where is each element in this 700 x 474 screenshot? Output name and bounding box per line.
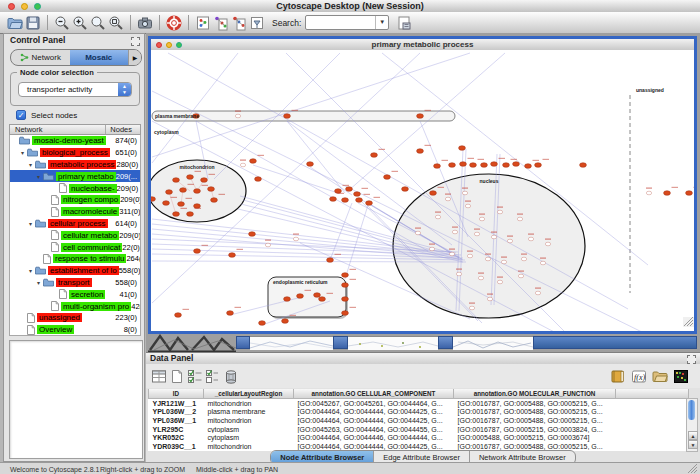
vizmapper-icon[interactable] — [212, 14, 230, 32]
background-window-sliver[interactable] — [250, 336, 333, 350]
graph-node-selected[interactable] — [580, 163, 587, 168]
attribute-browser-settings-icon[interactable] — [395, 14, 413, 32]
open-session-icon[interactable] — [6, 14, 24, 32]
tree-row-response-to-stimulu[interactable]: response to stimulu264(0) — [10, 253, 140, 265]
snapshot-camera-icon[interactable] — [136, 14, 154, 32]
graph-node-plain[interactable] — [507, 239, 512, 243]
graph-node-plain[interactable] — [540, 261, 545, 265]
table-cell[interactable]: [GO:0045263, GO:0044464, GO:0044455, G..… — [294, 425, 454, 434]
graph-node-plain[interactable] — [479, 217, 484, 221]
new-network-icon[interactable] — [194, 14, 212, 32]
graph-node-selected[interactable] — [449, 163, 456, 168]
search-combobox[interactable]: ▼ — [305, 15, 389, 30]
background-window-edge[interactable] — [333, 336, 348, 349]
tree-row-mosaic-demo-yeast[interactable]: mosaic-demo-yeast874(0) — [10, 135, 140, 147]
birds-eye-view[interactable] — [9, 340, 143, 459]
graph-node-selected[interactable] — [178, 202, 185, 207]
search-dropdown-arrow[interactable]: ▼ — [375, 16, 388, 29]
float-panel-icon[interactable] — [687, 355, 696, 364]
table-cell[interactable]: YJR121W__1 — [149, 399, 204, 408]
graph-node-plain[interactable] — [528, 237, 533, 241]
graph-node-selected[interactable] — [434, 164, 441, 169]
graph-node-plain[interactable] — [462, 191, 467, 195]
graph-node-selected[interactable] — [513, 162, 520, 167]
tree-row-nucleobase-[interactable]: nucleobase-209(0) — [10, 182, 140, 194]
graph-node-plain[interactable] — [449, 252, 454, 256]
graph-node-selected[interactable] — [166, 190, 173, 195]
search-input[interactable] — [308, 16, 374, 29]
background-window-graphic[interactable] — [148, 334, 238, 352]
graph-node-selected[interactable] — [229, 253, 236, 258]
tab-mosaic[interactable]: Mosaic — [70, 50, 129, 65]
graph-node-plain[interactable] — [501, 260, 506, 264]
graph-node-selected[interactable] — [201, 178, 208, 183]
graph-node-selected[interactable] — [366, 201, 373, 206]
graph-node-plain[interactable] — [435, 215, 440, 219]
background-window-sliver[interactable] — [348, 336, 438, 350]
graph-node-plain[interactable] — [265, 243, 270, 247]
graph-node-plain[interactable] — [467, 254, 472, 258]
tree-row-cellular-metabo[interactable]: cellular metabo209(0) — [10, 229, 140, 241]
select-nodes-checkbox[interactable]: ✓ — [16, 110, 26, 120]
node-color-dropdown[interactable]: transporter activity ▲▼ — [18, 82, 132, 97]
attribute-editor-book-icon[interactable] — [609, 367, 627, 385]
graph-node-selected[interactable] — [255, 177, 262, 182]
table-cell[interactable]: [GO:0016787, GO:0005215, GO:0003824, G..… — [454, 425, 616, 434]
graph-edge[interactable] — [152, 53, 238, 163]
table-cell[interactable]: [GO:0045267, GO:0045261, GO:0044464, G..… — [294, 399, 454, 408]
column-header[interactable]: ID — [149, 389, 204, 399]
graph-node-selected[interactable] — [284, 297, 291, 302]
annotation-icon[interactable] — [248, 14, 266, 32]
table-cell[interactable]: [GO:0005488, GO:0005215, GO:0003674] — [454, 433, 616, 442]
zoom-in-icon[interactable] — [71, 14, 89, 32]
graph-node-selected[interactable] — [664, 191, 671, 196]
graph-node-selected[interactable] — [314, 293, 321, 298]
graph-node-selected[interactable] — [417, 149, 424, 154]
background-window-edge[interactable] — [438, 336, 453, 349]
table-cell[interactable]: YPL036W__1 — [149, 416, 204, 425]
disclosure-triangle[interactable]: ▾ — [34, 279, 43, 286]
graph-node-selected[interactable] — [686, 191, 693, 196]
formula-builder-icon[interactable]: f(x) — [630, 367, 648, 385]
tree-header-network[interactable]: Network — [10, 125, 43, 134]
disclosure-triangle[interactable]: ▾ — [34, 173, 43, 180]
graph-node-selected[interactable] — [503, 163, 510, 168]
graph-node-selected[interactable] — [307, 162, 314, 167]
graph-node-selected[interactable] — [173, 212, 180, 217]
graph-node-plain[interactable] — [491, 235, 496, 239]
background-window-titlebar[interactable] — [533, 336, 697, 349]
graph-node-selected[interactable] — [384, 175, 391, 180]
tree-row-unassigned[interactable]: unassigned223(0) — [10, 312, 140, 324]
graph-edge[interactable] — [348, 53, 505, 191]
graph-node-plain[interactable] — [456, 272, 461, 276]
window-resize-grip[interactable] — [688, 464, 698, 474]
graph-node-plain[interactable] — [240, 163, 245, 167]
heatmap-icon[interactable] — [672, 367, 690, 385]
table-cell[interactable]: YKR052C — [149, 433, 204, 442]
disclosure-triangle[interactable]: ▾ — [18, 149, 27, 156]
table-cell[interactable]: [GO:0016787, GO:0005488, GO:0005215, G..… — [454, 399, 616, 408]
graph-node-plain[interactable] — [429, 247, 434, 251]
view-resize-grip[interactable] — [683, 313, 694, 331]
attribute-select-icon[interactable] — [150, 367, 168, 385]
disclosure-triangle[interactable]: ▾ — [26, 267, 35, 274]
graph-node-selected[interactable] — [535, 163, 542, 168]
graph-node-selected[interactable] — [327, 258, 334, 263]
tree-row-metabolic-process[interactable]: ▾metabolic process280(0) — [10, 159, 140, 171]
graph-node-plain[interactable] — [497, 280, 502, 284]
table-cell[interactable]: mitochondrion — [204, 416, 294, 425]
graph-node-selected[interactable] — [297, 294, 304, 299]
scrollbar-thumb[interactable] — [688, 400, 695, 420]
attribute-table[interactable]: ID_cellularLayoutRegionannotation.GO CEL… — [148, 389, 689, 451]
column-header[interactable] — [616, 389, 689, 399]
help-lifesaver-icon[interactable] — [165, 14, 183, 32]
graph-node-selected[interactable] — [371, 153, 378, 158]
delete-attribute-icon[interactable] — [222, 367, 240, 385]
graph-node-selected[interactable] — [194, 204, 201, 209]
graph-node-selected[interactable] — [187, 175, 194, 180]
tree-row-biological-process[interactable]: ▾biological_process651(0) — [10, 147, 140, 159]
table-cell[interactable]: plasma membrane — [204, 408, 294, 417]
tab-overflow-arrow[interactable]: ▶ — [128, 50, 141, 65]
graph-node-selected[interactable] — [249, 232, 256, 237]
table-cell[interactable] — [616, 425, 689, 434]
